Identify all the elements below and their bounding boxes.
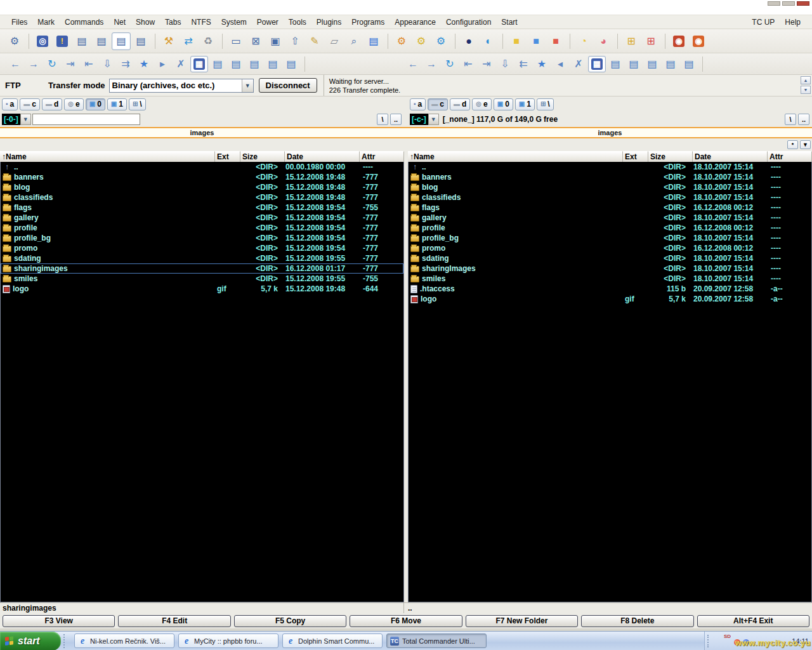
cancel-button[interactable]: ✗ <box>570 56 587 72</box>
right-drive-0-button[interactable]: ▣0 <box>494 98 513 110</box>
globe-dark-button[interactable]: ● <box>459 32 478 50</box>
box-yellow-button[interactable]: ■ <box>507 32 526 50</box>
file-row[interactable]: ↑..<DIR>00.00.1980 00:00---- <box>1 162 403 172</box>
file-row[interactable]: smiles<DIR>15.12.2008 19:55-755 <box>1 274 403 284</box>
file-row[interactable]: blog<DIR>18.10.2007 15:14---- <box>409 182 811 192</box>
file-row[interactable]: logogif5,7 k15.12.2008 19:48-644 <box>1 284 403 294</box>
disconnect-button[interactable]: Disconnect <box>259 78 317 93</box>
pie-yellow-button[interactable]: ◔ <box>574 32 593 50</box>
menu-configuration[interactable]: Configuration <box>441 17 496 28</box>
refresh-button[interactable]: ↻ <box>43 56 61 72</box>
globe-light-button[interactable]: ◐ <box>479 32 498 50</box>
options-gear-button[interactable]: ⚙ <box>5 32 24 50</box>
window-view-button[interactable]: ▤ <box>112 32 131 50</box>
left-drive-1-button[interactable]: ▣1 <box>107 98 127 110</box>
to-start-button[interactable]: ⇤ <box>80 56 98 72</box>
file-row[interactable]: classifieds<DIR>18.10.2007 15:14---- <box>409 192 811 202</box>
menu-tools[interactable]: Tools <box>284 17 311 28</box>
menu-commands[interactable]: Commands <box>60 17 108 28</box>
menu-appearance[interactable]: Appearance <box>390 17 441 28</box>
folder-view-button[interactable]: ▤ <box>680 56 698 72</box>
forward-button[interactable]: → <box>25 56 43 72</box>
left-column-header-date[interactable]: Date <box>285 151 360 162</box>
file-row[interactable]: sdating<DIR>18.10.2007 15:14---- <box>409 253 811 263</box>
go-button[interactable]: ▸ <box>154 56 171 72</box>
left-path-input[interactable] <box>32 114 140 125</box>
menu-mark[interactable]: Mark <box>32 17 60 28</box>
left-tab-images[interactable]: images <box>0 129 404 136</box>
menu-power[interactable]: Power <box>252 17 284 28</box>
menu-system[interactable]: System <box>216 17 252 28</box>
file-row[interactable]: banners<DIR>15.12.2008 19:48-777 <box>1 172 403 182</box>
control-panel-button[interactable]: ◎ <box>33 32 52 50</box>
right-column-header-attr[interactable]: Attr <box>768 151 812 162</box>
grid-yellow-button[interactable]: ⊞ <box>622 32 641 50</box>
fn-button-alt-f4[interactable]: Alt+F4 Exit <box>697 615 809 627</box>
file-row[interactable]: classifieds<DIR>15.12.2008 19:48-777 <box>1 192 403 202</box>
forward-button[interactable]: → <box>422 56 440 72</box>
taskbar-task-2[interactable]: eMyCity :: phpbb foru... <box>178 633 278 648</box>
right-drive-d-button[interactable]: ▬d <box>450 98 470 110</box>
menu-show[interactable]: Show <box>131 17 160 28</box>
chevron-down-icon[interactable]: ▼ <box>428 114 439 125</box>
maximize-button[interactable] <box>782 1 795 6</box>
left-column-header-ext[interactable]: Ext <box>215 151 240 162</box>
fn-button-f7[interactable]: F7 New Folder <box>466 615 578 627</box>
left-column-header-attr[interactable]: Attr <box>360 151 404 162</box>
file-row[interactable]: blog<DIR>15.12.2008 19:48-777 <box>1 182 403 192</box>
history-disk-button[interactable]: ▦ <box>190 56 208 72</box>
right-drive-1-button[interactable]: ▣1 <box>515 98 535 110</box>
grid-red-button[interactable]: ⊞ <box>641 32 660 50</box>
search-button[interactable]: ⌕ <box>344 32 363 50</box>
copy-page-button[interactable]: ▣ <box>266 32 285 50</box>
refresh-button[interactable]: ↻ <box>441 56 459 72</box>
filter-down-button[interactable]: ⇩ <box>496 56 514 72</box>
fn-button-f6[interactable]: F6 Move <box>350 615 462 627</box>
scroll-up-button[interactable]: ▲ <box>801 76 811 84</box>
right-column-header-date[interactable]: Date <box>693 151 768 162</box>
left-drive-root-button[interactable]: ⊞\ <box>129 98 146 110</box>
network-folder-button[interactable]: ▤ <box>209 56 226 72</box>
right-column-header-ext[interactable]: Ext <box>623 151 648 162</box>
file-row[interactable]: ↑..<DIR>18.10.2007 15:14---- <box>409 162 811 172</box>
right-drive-a-button[interactable]: ▪a <box>410 98 426 110</box>
menu-net[interactable]: Net <box>108 17 131 28</box>
file-row[interactable]: promo<DIR>16.12.2008 00:12---- <box>409 243 811 253</box>
folder-sync-button[interactable]: ▤ <box>643 56 661 72</box>
taskbar-task-3[interactable]: eDolphin Smart Commu... <box>282 633 383 648</box>
chevron-down-icon[interactable]: ▼ <box>20 114 31 125</box>
fast-forward-button[interactable]: ⇉ <box>117 56 134 72</box>
right-root-button[interactable]: \ <box>785 114 796 125</box>
fn-button-f5[interactable]: F5 Copy <box>234 615 346 627</box>
file-row[interactable]: flags<DIR>16.12.2008 00:12---- <box>409 202 811 213</box>
left-drive-e-button[interactable]: ◎e <box>64 98 83 110</box>
tab-list-button[interactable]: * <box>787 140 798 149</box>
left-drive-c-button[interactable]: ▬c <box>20 98 40 110</box>
file-row[interactable]: sharingimages<DIR>16.12.2008 01:17-777 <box>1 263 403 274</box>
rewind-button[interactable]: ⇇ <box>514 56 532 72</box>
right-drive-e-button[interactable]: ◎e <box>472 98 491 110</box>
left-root-button[interactable]: \ <box>377 114 388 125</box>
go-back-button[interactable]: ◂ <box>551 56 569 72</box>
left-parent-button[interactable]: .. <box>390 114 402 125</box>
back-button[interactable]: ← <box>6 56 24 72</box>
cancel-button[interactable]: ✗ <box>172 56 190 72</box>
fn-button-f4[interactable]: F4 Edit <box>118 615 230 627</box>
minimize-button[interactable] <box>768 1 780 6</box>
favorites-star-button[interactable]: ★ <box>135 56 153 72</box>
wrench-button[interactable]: ⚒ <box>159 32 178 50</box>
file-row[interactable]: sharingImages<DIR>18.10.2007 15:14---- <box>409 263 811 274</box>
left-drive-a-button[interactable]: ▪a <box>2 98 18 110</box>
warning-panel-button[interactable]: ! <box>53 32 72 50</box>
pie-red-button[interactable]: ◕ <box>594 32 613 50</box>
pack-button[interactable]: ⊠ <box>246 32 265 50</box>
fn-button-f8[interactable]: F8 Delete <box>581 615 693 627</box>
left-column-header-name[interactable]: ↑Name <box>0 151 215 162</box>
transfer-mode-select[interactable]: Binary (archives, doc etc.) ▼ <box>109 79 254 93</box>
history-disk-button[interactable]: ▦ <box>588 56 606 72</box>
right-column-header-size[interactable]: Size <box>648 151 693 162</box>
file-row[interactable]: profile_bg<DIR>15.12.2008 19:54-777 <box>1 233 403 243</box>
start-button[interactable]: start <box>0 632 61 650</box>
menu-files[interactable]: Files <box>6 17 32 28</box>
new-window-button[interactable]: ▭ <box>226 32 246 50</box>
